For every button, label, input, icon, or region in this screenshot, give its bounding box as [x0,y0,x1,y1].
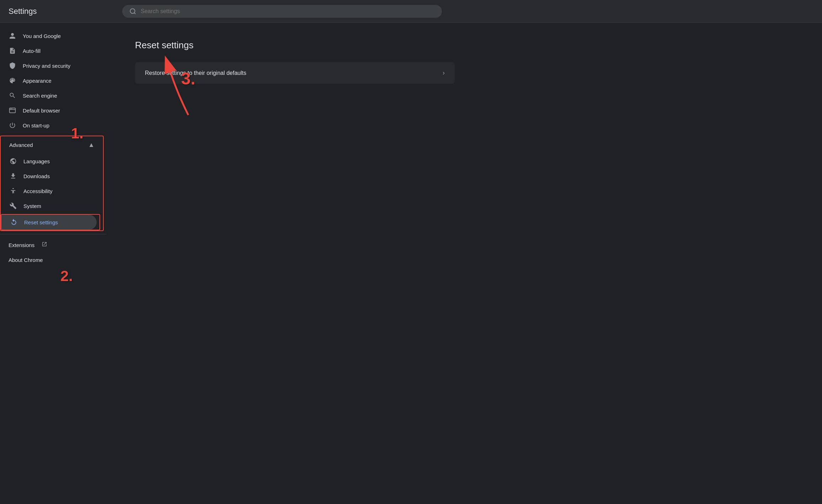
external-link-icon [42,241,47,248]
svg-line-1 [134,12,136,14]
main-layout: You and Google Auto-fill Privacy and sec… [0,23,822,504]
sidebar-item-label: Languages [23,158,50,164]
sidebar-item-privacy[interactable]: Privacy and security [0,58,104,73]
sidebar-item-accessibility[interactable]: Accessibility [1,183,100,198]
wrench-icon [9,202,17,210]
palette-icon [9,77,16,84]
sidebar-item-label: On start-up [23,122,49,128]
sidebar-item-on-startup[interactable]: On start-up [0,118,104,133]
sidebar-item-appearance[interactable]: Appearance [0,73,104,88]
browser-icon [9,106,16,114]
reset-icon [10,218,18,226]
sidebar-item-label: Auto-fill [23,48,40,54]
annotation-badge-3: 3. [181,69,195,88]
sidebar-item-languages[interactable]: Languages [1,154,100,169]
globe-icon [9,157,17,165]
sidebar: You and Google Auto-fill Privacy and sec… [0,23,107,273]
search-bar[interactable] [122,5,442,18]
sidebar-divider [0,234,107,234]
sidebar-item-label: Downloads [23,173,50,179]
sidebar-item-label: Default browser [23,108,60,114]
sidebar-wrapper: You and Google Auto-fill Privacy and sec… [0,23,107,504]
advanced-label: Advanced [9,142,33,148]
sidebar-item-extensions[interactable]: Extensions [0,237,107,253]
main-content: Reset settings Restore settings to their… [107,23,822,504]
sidebar-item-label: Reset settings [24,219,58,225]
sidebar-item-you-and-google[interactable]: You and Google [0,28,104,43]
about-chrome-label: About Chrome [9,257,43,263]
chevron-up-icon: ▲ [88,141,94,149]
reset-settings-wrapper: Reset settings [1,214,100,230]
sidebar-item-label: System [23,203,41,209]
sidebar-item-autofill[interactable]: Auto-fill [0,43,104,58]
page-title-topbar: Settings [9,7,108,16]
topbar: Settings [0,0,822,23]
search-icon [129,8,136,15]
sidebar-item-about-chrome[interactable]: About Chrome [0,253,107,267]
restore-defaults-label: Restore settings to their original defau… [145,70,246,76]
extensions-label: Extensions [9,242,34,248]
sidebar-item-label: Appearance [23,78,52,84]
sidebar-item-system[interactable]: System [1,198,100,213]
sidebar-item-default-browser[interactable]: Default browser [0,103,104,118]
sidebar-item-label: Accessibility [23,188,53,194]
advanced-header[interactable]: Advanced ▲ [1,136,103,154]
sidebar-item-reset-settings[interactable]: Reset settings [1,215,97,230]
description-icon [9,47,16,55]
power-icon [9,121,16,129]
svg-point-5 [11,108,12,109]
sidebar-item-downloads[interactable]: Downloads [1,169,100,183]
search-input[interactable] [141,8,435,15]
sidebar-item-label: You and Google [23,33,61,39]
search-circle-icon [9,92,16,99]
accessibility-icon [9,187,17,195]
chevron-right-icon: › [443,69,445,77]
advanced-section: Advanced ▲ Languages Downloads [0,136,104,231]
svg-point-6 [12,188,13,189]
sidebar-item-label: Privacy and security [23,63,70,69]
download-icon [9,172,17,180]
sidebar-item-search-engine[interactable]: Search engine [0,88,104,103]
person-icon [9,32,16,40]
reset-settings-title: Reset settings [135,40,794,51]
sidebar-item-label: Search engine [23,93,57,99]
svg-point-4 [10,108,11,109]
shield-icon [9,62,16,70]
svg-point-0 [130,9,135,13]
